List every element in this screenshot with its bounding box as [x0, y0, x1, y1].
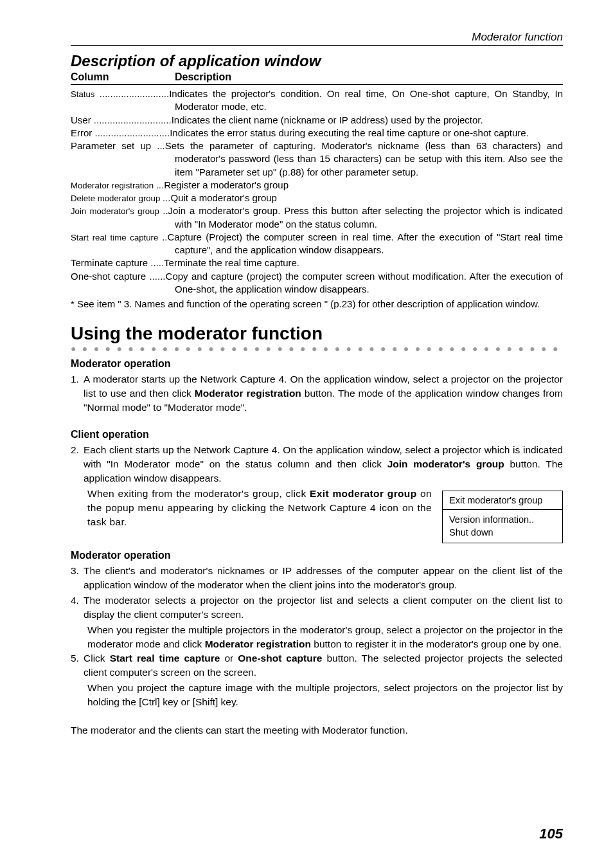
definition-list: Status ..........................Indicat… [71, 87, 563, 296]
step-5-text: Click Start real time capture or One-sho… [84, 651, 563, 680]
col-header-description: Description [175, 71, 563, 83]
leader-dots: .. [162, 231, 167, 242]
definition-description: Capture (Project) the computer screen in… [168, 231, 563, 255]
col-header-column: Column [71, 71, 175, 83]
step-2-text: Each client starts up the Network Captur… [84, 443, 563, 485]
definition-row: Moderator registration ...Register a mod… [71, 179, 563, 192]
leader-dots: ............................. [94, 114, 172, 125]
step-2: 2. Each client starts up the Network Cap… [71, 443, 563, 485]
definition-term: Delete moderator group [71, 194, 163, 203]
step-4-indent: When you register the multiple projector… [71, 623, 563, 651]
popup-shut-down: Shut down [449, 527, 556, 539]
step-5-pre: Click [84, 653, 110, 664]
dotted-rule: ●●●●●●●●●●●●●●●●●●●●●●●●●●●●●●●●●●●●●●●●… [71, 345, 563, 352]
step-2-bold: Join moderator's group [387, 458, 504, 469]
step-2-indent-pre: When exiting from the moderator's group,… [87, 488, 310, 499]
leader-dots: ... [163, 192, 171, 203]
table-header-row: Column Description [71, 71, 563, 85]
step-2-indent-bold: Exit moderator group [310, 488, 416, 499]
table-footnote: * See item " 3. Names and function of th… [71, 298, 563, 309]
definition-description: Register a moderator's group [164, 179, 289, 190]
leader-dots: ... [157, 140, 165, 151]
definition-description: Quit a moderator's group [170, 192, 276, 203]
definition-description: Indicates the client name (nickname or I… [172, 114, 483, 125]
step-4-indent-post: button to register it in the moderator's… [311, 638, 562, 649]
definition-description: Indicates the projector's condition. On … [169, 88, 563, 112]
definition-term: Error [71, 127, 95, 138]
page-number: 105 [539, 826, 563, 842]
leader-dots: ............................ [95, 127, 170, 138]
popup-menu-illustration: Exit moderator's group Version informati… [442, 491, 563, 543]
popup-version-info: Version information.. [449, 514, 556, 527]
step-3: 3. The client's and moderator's nickname… [71, 564, 563, 592]
step-2-indent-text: When exiting from the moderator's group,… [71, 487, 432, 529]
step-1-text: A moderator starts up the Network Captur… [84, 372, 563, 415]
definition-term: Join moderator's group [71, 206, 163, 216]
definition-row: Join moderator's group ..Join a moderato… [71, 204, 563, 231]
definition-row: Start real time capture ..Capture (Proje… [71, 231, 563, 257]
step-3-text: The client's and moderator's nicknames o… [84, 564, 563, 592]
definition-term: Terminate capture [71, 257, 150, 268]
definition-row: One-shot capture ......Copy and capture … [71, 270, 563, 296]
step-5-indent: When you project the capture image with … [71, 681, 563, 709]
step-1: 1. A moderator starts up the Network Cap… [71, 372, 563, 415]
running-header: Moderator function [71, 31, 563, 44]
definition-term: Start real time capture [71, 233, 162, 242]
definition-description: Terminate the real time capture. [164, 257, 299, 268]
step-2-number: 2. [71, 443, 84, 485]
step-1-number: 1. [71, 372, 84, 415]
step-5: 5. Click Start real time capture or One-… [71, 651, 563, 680]
step-4-text: The moderator selects a projector on the… [84, 593, 563, 622]
definition-row: Terminate capture .....Terminate the rea… [71, 257, 563, 269]
definition-row: Status ..........................Indicat… [71, 87, 563, 114]
step-5-mid: or [220, 653, 238, 664]
step-3-number: 3. [71, 564, 84, 592]
leader-dots: ...... [150, 271, 166, 282]
subhead-moderator-op-1: Moderator operation [71, 358, 563, 370]
subhead-moderator-op-2: Moderator operation [71, 550, 563, 561]
step-5-bold-1: Start real time capture [110, 653, 220, 664]
definition-term: User [71, 114, 94, 125]
definition-row: Parameter set up ...Sets the parameter o… [71, 140, 563, 179]
step-2-indent-row: When exiting from the moderator's group,… [71, 487, 563, 543]
step-4-indent-bold: Moderator registration [205, 638, 311, 649]
step-5-bold-2: One-shot capture [238, 653, 322, 664]
leader-dots: ..... [150, 257, 164, 268]
subhead-client-op: Client operation [71, 429, 563, 440]
definition-term: Status [71, 89, 100, 99]
step-5-number: 5. [71, 651, 84, 680]
leader-dots: .. [163, 205, 168, 216]
definition-term: Parameter set up [71, 140, 157, 151]
definition-row: Delete moderator group ...Quit a moderat… [71, 192, 563, 204]
step-4-number: 4. [71, 593, 84, 622]
definition-term: Moderator registration [71, 181, 156, 190]
step-4: 4. The moderator selects a projector on … [71, 593, 563, 622]
main-heading: Using the moderator function [71, 323, 563, 344]
leader-dots: ... [156, 179, 164, 190]
definition-row: User .............................Indica… [71, 114, 563, 127]
closing-paragraph: The moderator and the clients can start … [71, 723, 563, 737]
definition-row: Error ............................Indica… [71, 127, 563, 140]
section-title: Description of application window [71, 52, 563, 70]
definition-term: One-shot capture [71, 271, 150, 282]
popup-lower: Version information.. Shut down [443, 510, 562, 543]
header-rule [71, 45, 563, 46]
definition-description: Indicates the error status during execut… [170, 127, 529, 138]
step-1-bold: Moderator registration [195, 388, 301, 399]
popup-exit-group: Exit moderator's group [443, 491, 562, 510]
definition-description: Sets the parameter of capturing. Moderat… [165, 140, 563, 177]
definition-description: Copy and capture (project) the computer … [166, 271, 563, 294]
definition-description: Join a moderator's group. Press this but… [168, 205, 563, 229]
leader-dots: .......................... [100, 88, 169, 99]
